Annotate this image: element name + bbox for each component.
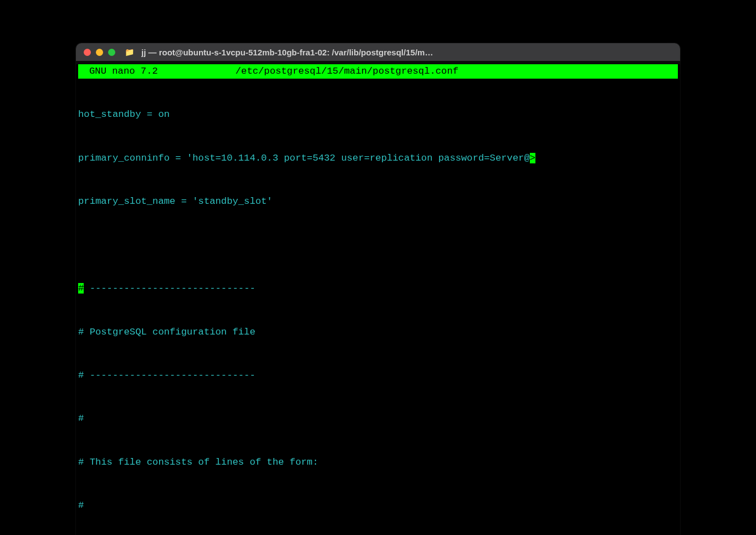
window-title: jj — root@ubuntu-s-1vcpu-512mb-10gb-fra1…	[141, 48, 672, 57]
nano-app-name: GNU nano 7.2	[79, 64, 158, 79]
truncation-marker-icon: >	[530, 153, 535, 163]
editor-line: primary_slot_name = 'standby_slot'	[78, 194, 678, 209]
folder-icon: 📁	[125, 48, 134, 57]
terminal-body[interactable]: GNU nano 7.2 /etc/postgresql/15/main/pos…	[76, 64, 680, 535]
nano-header: GNU nano 7.2 /etc/postgresql/15/main/pos…	[78, 64, 678, 79]
editor-line: # PostgreSQL configuration file	[78, 325, 678, 339]
editor-line: primary_conninfo = 'host=10.114.0.3 port…	[78, 151, 678, 166]
nano-file-path: /etc/postgresql/15/main/postgresql.conf	[236, 64, 458, 79]
cursor: #	[78, 283, 84, 294]
editor-content[interactable]: hot_standby = on primary_conninfo = 'hos…	[76, 79, 680, 535]
editor-line	[78, 238, 678, 253]
minimize-icon[interactable]	[96, 49, 103, 56]
editor-line: # -----------------------------	[78, 281, 678, 296]
maximize-icon[interactable]	[108, 49, 115, 56]
title-bar: 📁 jj — root@ubuntu-s-1vcpu-512mb-10gb-fr…	[76, 43, 680, 61]
editor-line: #	[78, 498, 678, 513]
close-icon[interactable]	[84, 49, 91, 56]
editor-line: # This file consists of lines of the for…	[78, 455, 678, 470]
editor-line: #	[78, 411, 678, 426]
editor-line: hot_standby = on	[78, 107, 678, 122]
editor-line: # -----------------------------	[78, 368, 678, 383]
terminal-window: 📁 jj — root@ubuntu-s-1vcpu-512mb-10gb-fr…	[76, 43, 680, 535]
